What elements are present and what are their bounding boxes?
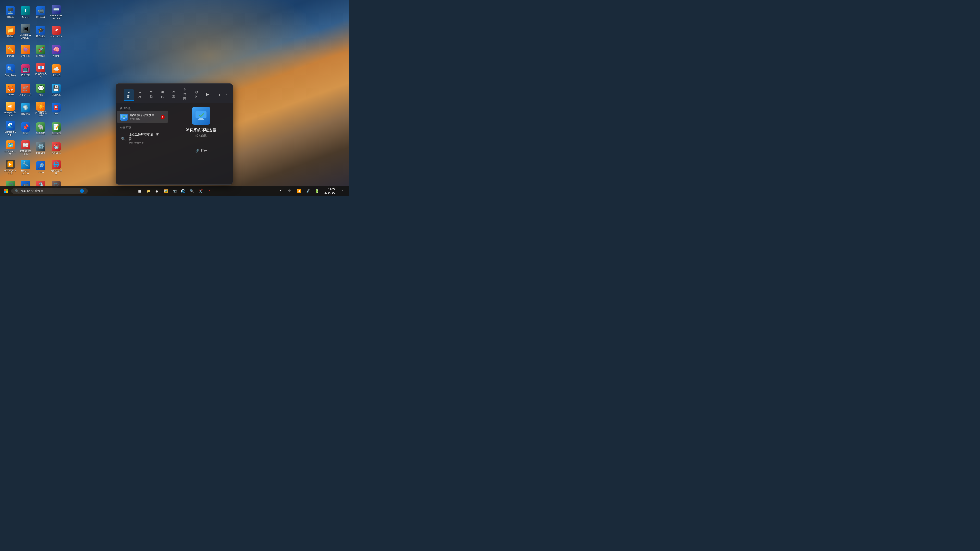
- desktop-icon-vscode[interactable]: ⌨️ Visual Studio Code: [49, 3, 63, 21]
- desktop-icon-tencent-meeting[interactable]: 📹 腾讯会议: [34, 3, 48, 21]
- desktop-icon-msedge[interactable]: 🌊 Microsoft Edge: [3, 119, 18, 138]
- desktop-icon-typora[interactable]: T Typora: [18, 3, 33, 21]
- desktop-icon-tencent-class[interactable]: 🎓 腾讯课堂: [34, 22, 48, 41]
- popup-back-button[interactable]: ←: [119, 91, 123, 98]
- best-match-result-icon: [121, 114, 127, 121]
- desktop-icon-bilibili[interactable]: 📺 哔哩哔哩: [18, 61, 33, 79]
- tray-network-btn[interactable]: 📶: [295, 187, 303, 195]
- desktop-icon-xmind[interactable]: 🧠 Xmind: [49, 42, 63, 60]
- web-search-arrow: ›: [164, 137, 165, 141]
- jinshanzd-label: 金山文档: [52, 132, 61, 135]
- sunflower-icon: ☀️: [36, 102, 45, 111]
- desktop-icon-yinxiang[interactable]: 🐘 印象笔记: [34, 119, 48, 138]
- desktop-icon-dingding[interactable]: 📌 钉钉: [18, 119, 33, 138]
- svg-rect-2: [123, 119, 126, 119]
- web-search-result-item[interactable]: 🔍 编辑系统环境变量 - 查看 更多搜索结果 ›: [117, 130, 168, 147]
- taskbar-search-bar[interactable]: 🔍 编辑系统环境变量 1: [11, 188, 88, 194]
- taskbar-explorer-btn[interactable]: 📁: [144, 187, 152, 195]
- netease-email-icon: 📧: [36, 63, 45, 72]
- taskbar: 🔍 编辑系统环境变量 1 ▦ 📁 ◉ 🖼️ 📷 🌊 🔍 ✂️ Y ∧ 中 📶 🔊: [0, 186, 348, 196]
- alibabawang-icon: 👾: [21, 45, 30, 54]
- vmware-icon: ▣: [21, 24, 30, 33]
- yinxiang-icon: 🐘: [36, 122, 45, 132]
- taskbar-chrome-btn[interactable]: ◉: [153, 187, 161, 195]
- desktop-icon-firefox[interactable]: 🦊 Firefox: [3, 81, 18, 99]
- taskbar-right-tray: ∧ 中 📶 🔊 🔋 14:24 2024/1/2 □: [277, 187, 347, 195]
- right-panel-open-button[interactable]: 🔗 打开: [192, 147, 210, 154]
- system-clock[interactable]: 14:24 2024/1/2: [323, 187, 337, 195]
- desktop-icon-vmware[interactable]: ▣ VMware Workstati...: [18, 22, 33, 41]
- right-panel-sub: 控制面板: [196, 134, 207, 138]
- tab-more-button[interactable]: ⋯: [226, 91, 230, 98]
- taskbar-widget-btn[interactable]: ▦: [135, 187, 144, 195]
- desktop-icon-xinlang-reader[interactable]: 📰 新浪阅读器工具: [18, 139, 33, 157]
- msedge-label: Microsoft Edge: [4, 130, 16, 136]
- tray-notification-btn[interactable]: □: [339, 187, 347, 195]
- tray-expand-btn[interactable]: ∧: [277, 187, 285, 195]
- baidu-pan-label: 百度网盘: [52, 94, 61, 96]
- desktop-icon-netease-email[interactable]: 📧 网易邮箱大师: [34, 61, 48, 79]
- desktop-icon-geek[interactable]: ⚙️ geek.exe: [34, 139, 48, 157]
- desktop-icon-listary[interactable]: 🔎 Listary: [34, 158, 48, 176]
- desktop-icon-dianzhuozi[interactable]: 🖥️ 电脑桌: [3, 3, 18, 21]
- tray-battery-btn[interactable]: 🔋: [313, 187, 321, 195]
- best-match-result-item[interactable]: 编辑系统环境变量 控制面板 2: [117, 111, 168, 123]
- tray-ime-btn[interactable]: 中: [286, 187, 294, 195]
- desktop-icon-alibabawang[interactable]: 👾 阿里旺旺: [18, 42, 33, 60]
- tab-apps[interactable]: 应用: [135, 89, 145, 101]
- aliyun-label: 阿里云盘: [52, 74, 61, 77]
- desktop-icon-everything[interactable]: 🔍 Everything: [3, 61, 18, 79]
- desktop-icon-aliyun[interactable]: ☁️ 阿里云盘: [49, 61, 63, 79]
- desktop-icon-drawio[interactable]: ✏️ draw.io: [3, 42, 18, 60]
- vmware-label: VMware Workstati...: [19, 34, 32, 39]
- svg-rect-3: [196, 111, 207, 118]
- desktop-icon-youdao[interactable]: 🌐 网易有道精译: [49, 158, 63, 176]
- tencent-class-icon: 🎓: [36, 25, 45, 35]
- desktop-icon-pdd-tool[interactable]: 🛒 拼多多·工具: [18, 81, 33, 99]
- web-search-section-title: 搜索网页: [116, 125, 169, 130]
- taskbar-search2-btn[interactable]: 🔍: [188, 187, 196, 195]
- desktop-icon-chrome[interactable]: ◉ Google Chrome: [3, 100, 18, 118]
- mindman-icon: 🗺️: [6, 140, 15, 149]
- desktop-icon-potplayer[interactable]: ▶️ PotPlayer 64 bit: [3, 158, 18, 176]
- tab-docs[interactable]: 文档: [146, 89, 156, 101]
- desktop-icon-wangsuzhujia[interactable]: 🚀 网速音家: [34, 42, 48, 60]
- taskbar-youdao-btn[interactable]: Y: [205, 187, 213, 195]
- desktop-icon-gsf[interactable]: 🔧 格式工厂大...bit: [18, 158, 33, 176]
- taskbar-camera-btn[interactable]: 📷: [170, 187, 178, 195]
- tab-vertical-dots[interactable]: ⋮: [214, 90, 225, 99]
- svg-rect-5: [199, 118, 204, 119]
- yinxiang-label: 印象笔记: [36, 132, 45, 135]
- tab-photos[interactable]: 照片: [191, 89, 202, 101]
- start-button[interactable]: [2, 187, 10, 195]
- taskbar-edge-btn[interactable]: 🌊: [179, 187, 187, 195]
- desktop-icon-jingdong-book[interactable]: 📚 京东读书: [49, 139, 63, 157]
- tray-sound-btn[interactable]: 🔊: [304, 187, 312, 195]
- firefox-label: Firefox: [6, 94, 14, 96]
- desktop-icon-wangaichi[interactable]: 📁 网改处: [3, 22, 18, 41]
- xmind-icon: 🧠: [52, 45, 61, 54]
- svg-rect-1: [123, 118, 125, 119]
- tencent-meeting-label: 腾讯会议: [36, 16, 45, 19]
- desktop-icon-jinshanzd[interactable]: 📝 金山文档: [49, 119, 63, 138]
- taskbar-center-apps: ▦ 📁 ◉ 🖼️ 📷 🌊 🔍 ✂️ Y: [135, 187, 213, 195]
- tab-folders[interactable]: 文件夹: [180, 86, 190, 103]
- tab-all[interactable]: 全部: [124, 89, 134, 101]
- desktop-icon-baidu-pan[interactable]: 💾 百度网盘: [49, 81, 63, 99]
- wechat-icon: 💬: [36, 84, 45, 93]
- tab-play[interactable]: ▶: [203, 90, 213, 99]
- desktop-icon-feishu[interactable]: 📮 飞书: [49, 100, 63, 118]
- desktop-icon-sunflower[interactable]: ☀️ 向日葵远程控制: [34, 100, 48, 118]
- desktop-icon-wechat[interactable]: 💬 微信: [34, 81, 48, 99]
- tab-web[interactable]: 网页: [157, 89, 167, 101]
- dianzhuozi-icon: 🖥️: [6, 6, 15, 15]
- desktop-icon-wps[interactable]: W WPS Office: [49, 22, 63, 41]
- msedge-icon: 🌊: [6, 121, 15, 130]
- desktop-icon-mindman[interactable]: 🗺️ MindMan...23: [3, 139, 18, 157]
- popup-tabs-bar: ← 全部 应用 文档 网页 设置 文件夹 照片 ▶ ⋮ ⋯: [116, 84, 233, 103]
- feishu-label: 飞书: [54, 113, 59, 116]
- desktop-icon-diannaogj[interactable]: 🛡️ 电脑管家: [18, 100, 33, 118]
- tab-settings[interactable]: 设置: [169, 89, 179, 101]
- taskbar-capture-btn[interactable]: ✂️: [196, 187, 204, 195]
- taskbar-photos-btn[interactable]: 🖼️: [162, 187, 170, 195]
